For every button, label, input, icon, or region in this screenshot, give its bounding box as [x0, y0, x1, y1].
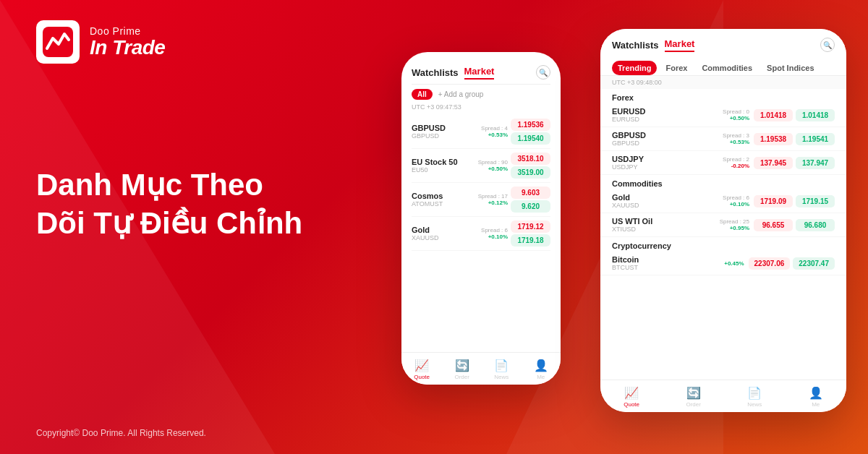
section-forex: Forex	[600, 89, 846, 103]
right-bottom-nav: 📈 Quote 🔄 Order 📄 News 👤 Me	[600, 380, 846, 412]
headline: Danh Mục Theo Dõi Tự Điều Chỉnh	[36, 166, 302, 242]
rp-nav-me[interactable]: 👤 Me	[809, 386, 823, 408]
market-name-gbpusd: GBPUSD GBPUSD	[412, 124, 481, 140]
rp-item-wti[interactable]: US WTI Oil XTIUSD Spread : 25 +0.95% 96.…	[600, 213, 846, 237]
rp-nav-order[interactable]: 🔄 Order	[686, 386, 700, 408]
rp-item-eurusd[interactable]: EURUSD EURUSD Spread : 0 +0.50% 1.01418 …	[600, 103, 846, 127]
rp-nav-tabs: Trending Forex Commodities Spot Indices	[600, 56, 846, 76]
rp-news-icon: 📄	[747, 386, 762, 400]
rp-tab-forex[interactable]: Forex	[660, 61, 693, 75]
rp-tab-trending[interactable]: Trending	[612, 61, 657, 75]
market-item-cosmos[interactable]: Cosmos ATOMUST Spread : 17 +0.12% 9.603 …	[412, 183, 550, 217]
price-block-gbpusd: Spread : 4 +0.53%	[481, 125, 508, 138]
copyright: Copyright© Doo Prime. All Rights Reserve…	[36, 428, 206, 438]
header: Doo Prime In Trade	[36, 20, 165, 64]
market-name-cosmos: Cosmos ATOMUST	[412, 192, 478, 207]
left-phone-inner: Watchlists Market 🔍 All + Add a group UT…	[401, 52, 561, 251]
left-tab-watchlists[interactable]: Watchlists	[412, 67, 459, 78]
utc-time: UTC +3 09:47:53	[412, 103, 550, 111]
rp-item-gbpusd[interactable]: GBPUSD GBPUSD Spread : 3 +0.53% 1.19538 …	[600, 127, 846, 151]
left-phone: Watchlists Market 🔍 All + Add a group UT…	[401, 52, 561, 385]
section-commodities: Commodities	[600, 175, 846, 189]
rp-tab-commodities[interactable]: Commodities	[696, 61, 758, 75]
rp-item-bitcoin[interactable]: Bitcoin BTCUST +0.45% 22307.06 22307.47	[600, 252, 846, 275]
rp-nav-news[interactable]: 📄 News	[747, 386, 762, 408]
rp-me-icon: 👤	[809, 386, 823, 400]
price-block-eu50: Spread : 90 +0.50%	[478, 159, 508, 172]
logo-icon	[43, 27, 73, 57]
market-name-gold: Gold XAUUSD	[412, 226, 481, 241]
order-icon: 🔄	[455, 359, 469, 372]
rp-utc: UTC +3 09:48:00	[600, 76, 846, 89]
search-icon[interactable]: 🔍	[536, 65, 550, 80]
rp-header: Watchlists Market 🔍	[600, 29, 846, 56]
rp-item-usdjpy[interactable]: USDJPY USDJPY Spread : 2 -0.20% 137.945 …	[600, 151, 846, 175]
price-col-gold: 1719.12 1719.18	[511, 220, 550, 247]
brand-text: Doo Prime In Trade	[90, 25, 165, 59]
nav-quote[interactable]: 📈 Quote	[414, 359, 430, 380]
price-col-gbpusd: 1.19536 1.19540	[511, 119, 550, 145]
market-item-gbpusd[interactable]: GBPUSD GBPUSD Spread : 4 +0.53% 1.19536 …	[412, 115, 550, 149]
left-phone-header: Watchlists Market 🔍	[412, 65, 550, 84]
nav-order[interactable]: 🔄 Order	[454, 359, 469, 380]
rp-tab-spot-indices[interactable]: Spot Indices	[761, 61, 820, 75]
price-col-cosmos: 9.603 9.620	[511, 187, 550, 213]
rp-nav-quote[interactable]: 📈 Quote	[624, 386, 639, 408]
rp-search-icon[interactable]: 🔍	[820, 38, 835, 52]
rp-order-icon: 🔄	[686, 386, 701, 400]
right-phone: Watchlists Market 🔍 Trending Forex Commo…	[600, 29, 846, 412]
rp-phone-header: Watchlists Market 🔍	[612, 38, 835, 56]
tag-all[interactable]: All	[412, 89, 433, 100]
brand-intrade: In Trade	[90, 37, 165, 59]
brand-doo: Doo Prime	[90, 25, 165, 37]
headline-text: Danh Mục Theo Dõi Tự Điều Chỉnh	[36, 166, 302, 242]
nav-me[interactable]: 👤 Me	[534, 359, 548, 380]
section-crypto: Cryptocurrency	[600, 237, 846, 252]
rp-tab-market[interactable]: Market	[665, 38, 695, 52]
left-tab-market[interactable]: Market	[464, 66, 495, 80]
rp-tab-watchlists[interactable]: Watchlists	[612, 40, 659, 51]
market-list: GBPUSD GBPUSD Spread : 4 +0.53% 1.19536 …	[412, 115, 550, 251]
rp-item-gold[interactable]: Gold XAUUSD Spread : 6 +0.10% 1719.09 17…	[600, 189, 846, 213]
market-item-gold[interactable]: Gold XAUUSD Spread : 6 +0.10% 1719.12 17…	[412, 217, 550, 251]
market-item-eu50[interactable]: EU Stock 50 EU50 Spread : 90 +0.50% 3518…	[412, 149, 550, 183]
price-block-gold: Spread : 6 +0.10%	[481, 227, 508, 240]
left-bottom-nav: 📈 Quote 🔄 Order 📄 News 👤 Me	[401, 352, 561, 385]
rp-quote-icon: 📈	[624, 386, 639, 400]
tab-divider	[412, 84, 550, 85]
quote-icon: 📈	[414, 359, 429, 372]
nav-news[interactable]: 📄 News	[494, 359, 509, 380]
rp-scroll-area: Forex EURUSD EURUSD Spread : 0 +0.50% 1.…	[600, 89, 846, 356]
news-icon: 📄	[494, 359, 509, 372]
logo-box	[36, 20, 80, 64]
price-col-eu50: 3518.10 3519.00	[511, 153, 550, 179]
me-icon: 👤	[534, 359, 548, 372]
market-name-eu50: EU Stock 50 EU50	[412, 158, 478, 174]
price-block-cosmos: Spread : 17 +0.12%	[478, 193, 508, 206]
add-group[interactable]: + Add a group	[438, 90, 484, 98]
group-row: All + Add a group	[412, 89, 550, 100]
